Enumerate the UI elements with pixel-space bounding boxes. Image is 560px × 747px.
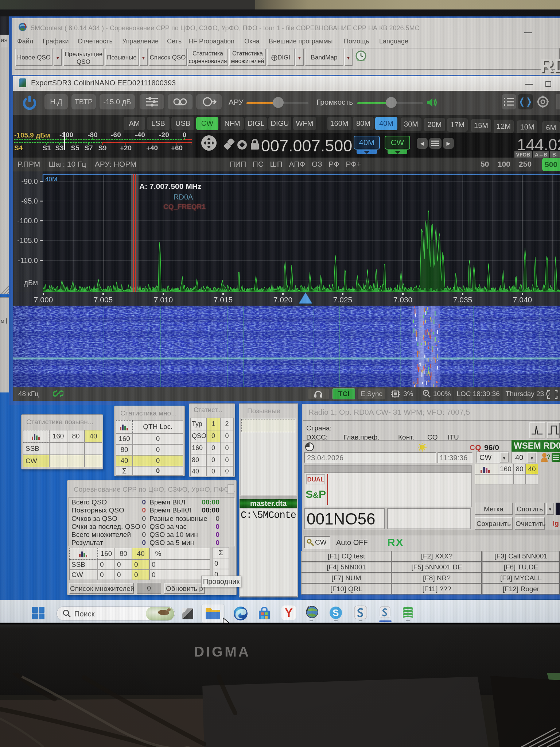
svg-text:S7: S7 [84, 144, 93, 152]
svg-text:-90.0: -90.0 [21, 177, 38, 185]
svg-text:40M: 40M [45, 176, 57, 183]
svg-text:7.040: 7.040 [513, 295, 532, 304]
svg-text:A: 7.007.500 MHz: A: 7.007.500 MHz [139, 182, 201, 190]
svg-text:7.015: 7.015 [214, 295, 233, 304]
svg-text:+20: +20 [120, 144, 132, 152]
svg-text:дБм: дБм [24, 279, 38, 287]
svg-text:-100.0: -100.0 [17, 217, 38, 225]
svg-text:S5: S5 [71, 144, 79, 152]
svg-text:-95.0: -95.0 [21, 197, 38, 205]
svg-text:CQ_FREQR1: CQ_FREQR1 [163, 203, 206, 210]
svg-text:?: ? [547, 454, 551, 460]
svg-text:7.020: 7.020 [273, 295, 293, 304]
svg-text:7.000: 7.000 [34, 295, 53, 304]
svg-text:S9: S9 [98, 144, 106, 152]
svg-text:RD0A: RD0A [174, 193, 193, 201]
svg-text:-105.0: -105.0 [17, 236, 38, 244]
svg-text:7.035: 7.035 [453, 295, 472, 304]
svg-text:7.030: 7.030 [393, 295, 413, 304]
svg-text:S3: S3 [55, 144, 63, 152]
svg-text:-110.0: -110.0 [18, 256, 38, 264]
svg-text:7.005: 7.005 [94, 295, 113, 304]
svg-text:+40: +40 [146, 144, 158, 152]
svg-text:7.025: 7.025 [333, 295, 353, 304]
svg-text:+60: +60 [171, 144, 183, 152]
svg-text:S4: S4 [14, 144, 23, 152]
svg-text:S1: S1 [42, 144, 51, 152]
svg-text:7.010: 7.010 [154, 295, 173, 304]
svg-text:S: S [332, 607, 339, 618]
svg-text:-105.9 дБм: -105.9 дБм [14, 131, 50, 139]
